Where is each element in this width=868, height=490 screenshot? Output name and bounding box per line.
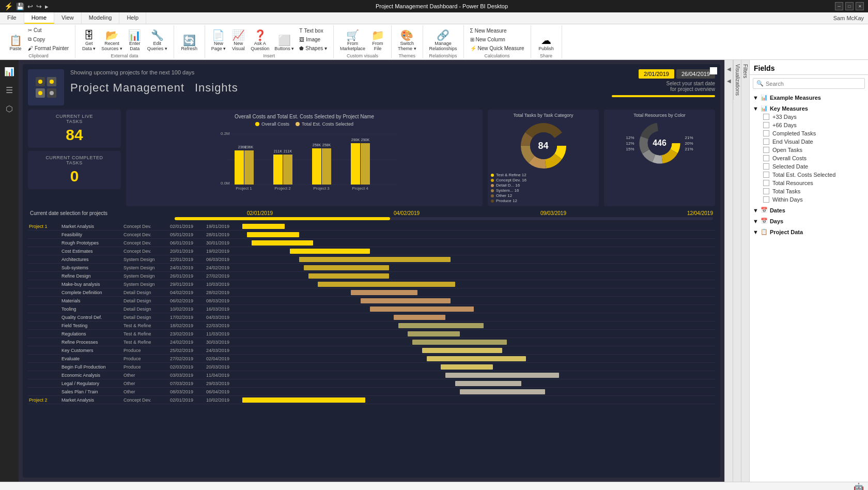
close-button[interactable]: ✕ (856, 2, 864, 10)
timeline-scrollbar[interactable] (175, 217, 713, 220)
bar-p3-est[interactable] (322, 148, 331, 185)
manage-relationships-button[interactable]: 🔗 ManageRelationships (427, 29, 459, 52)
field-item-selected-date[interactable]: Selected Date (753, 162, 865, 171)
tab-view[interactable]: View (54, 12, 82, 24)
field-item-total-tasks[interactable]: Total Tasks (753, 187, 865, 195)
bar-p1-est[interactable] (244, 150, 254, 185)
quick-redo[interactable]: ↪ (36, 3, 42, 10)
field-item-66days[interactable]: +66 Days (753, 121, 865, 129)
tab-home[interactable]: Home (24, 12, 54, 24)
dash-header: Showing upcoming projects for the next 1… (28, 69, 715, 105)
maximize-button[interactable]: □ (845, 2, 854, 10)
new-page-button[interactable]: 📄 NewPage ▾ (209, 29, 228, 52)
minimize-button[interactable]: ─ (835, 2, 843, 10)
date-btn-1[interactable]: 2/01/2019 (639, 69, 674, 79)
checkbox-end-visual-date[interactable] (763, 139, 769, 145)
field-group-header-project-data[interactable]: ▼ 📋 Project Data (753, 227, 865, 236)
field-item-overall-costs[interactable]: Overall Costs (753, 154, 865, 162)
table-row: Begin Full Production Produce 02/03/2019… (28, 363, 715, 371)
donut2-title: Total Resources by Color (633, 113, 686, 118)
filters-panel-label[interactable]: Filters (741, 60, 749, 82)
collapse-right-button[interactable]: ◀ (725, 76, 733, 86)
text-box-button[interactable]: T Text box (297, 27, 329, 35)
quick-save[interactable]: 💾 (16, 3, 24, 10)
timeline-header: Current date selection for projects 02/0… (28, 210, 715, 217)
field-item-total-est-costs[interactable]: Total Est. Costs Selected (753, 171, 865, 179)
field-item-33days[interactable]: +33 Days (753, 113, 865, 121)
tab-help[interactable]: Help (119, 12, 146, 24)
new-measure-icon: Σ (470, 28, 473, 34)
field-group-header-dates[interactable]: ▼ 📅 Dates (753, 206, 865, 215)
checkbox-overall-costs[interactable] (763, 155, 769, 161)
switch-theme-button[interactable]: 🎨 SwitchTheme ▾ (396, 29, 419, 52)
publish-icon: ☁ (541, 35, 551, 45)
copy-icon: ⧉ (28, 36, 32, 42)
field-item-total-resources[interactable]: Total Resources (753, 179, 865, 187)
get-data-button[interactable]: 🗄 GetData ▾ (80, 29, 98, 52)
field-group-header-example[interactable]: ▼ 📊 Example Measures (753, 93, 865, 102)
new-quick-measure-button[interactable]: ⚡ New Quick Measure (468, 44, 526, 52)
from-marketplace-button[interactable]: 🛒 FromMarketplace (338, 29, 367, 52)
quick-run[interactable]: ▸ (45, 3, 49, 10)
tab-modeling[interactable]: Modeling (82, 12, 120, 24)
checkbox-total-tasks[interactable] (763, 188, 769, 194)
refresh-button[interactable]: 🔄 Refresh (179, 34, 199, 52)
fields-search-box[interactable]: 🔍 (753, 78, 865, 89)
viz-panel-tab[interactable]: Visualizations (733, 60, 741, 482)
bar-p4-overall[interactable] (351, 143, 360, 185)
checkbox-selected-date[interactable] (763, 163, 769, 170)
bar-p1-overall[interactable] (235, 150, 244, 185)
new-visual-button[interactable]: 📈 NewVisual (229, 29, 247, 52)
kpi-cards: CURRENT LIVETASKS 84 CURRENT COMPLETEDTA… (28, 110, 121, 206)
filters-panel-tab[interactable]: Filters (741, 60, 749, 482)
enter-data-button[interactable]: 📊 EnterData (126, 29, 144, 52)
field-item-open-tasks[interactable]: Open Tasks (753, 146, 865, 154)
viz-panel-label[interactable]: Visualizations (733, 60, 741, 100)
collapse-left-button[interactable]: ◀ (725, 64, 733, 74)
shapes-button[interactable]: ⬟ Shapes ▾ (297, 44, 329, 52)
tab-file[interactable]: File (0, 12, 24, 24)
sidebar-model-icon[interactable]: ⬡ (2, 101, 17, 116)
ask-question-button[interactable]: ❓ Ask AQuestion (249, 29, 271, 52)
date-btn-2[interactable]: 26/04/2019 (676, 69, 715, 79)
cut-button[interactable]: ✂ Cut (26, 26, 71, 34)
new-measure-button[interactable]: Σ New Measure (468, 27, 526, 35)
dash-subtitle: Showing upcoming projects for the next 1… (70, 69, 612, 75)
from-file-button[interactable]: 📁 FromFile (368, 29, 387, 52)
checkbox-33days[interactable] (763, 114, 769, 120)
date-hint: Select your start datefor project overvi… (667, 81, 716, 92)
checkbox-total-resources[interactable] (763, 180, 769, 186)
checkbox-total-est-costs[interactable] (763, 172, 769, 178)
field-item-completed-tasks[interactable]: Completed Tasks (753, 129, 865, 137)
new-column-button[interactable]: ⊞ New Column (468, 36, 526, 43)
sidebar-report-icon[interactable]: 📊 (2, 64, 17, 79)
copy-button[interactable]: ⧉ Copy (26, 35, 71, 43)
checkbox-within-days[interactable] (763, 196, 769, 203)
field-item-end-visual-date[interactable]: End Visual Date (753, 137, 865, 146)
format-painter-button[interactable]: 🖌 Format Painter (26, 44, 71, 52)
bar-p2-est[interactable] (283, 155, 292, 185)
sidebar-data-icon[interactable]: ☰ (2, 83, 17, 97)
buttons-button[interactable]: ⬜ Buttons ▾ (272, 34, 296, 52)
checkbox-66days[interactable] (763, 122, 769, 128)
bar-chart-svg: 0.2M 0.0M 236K 236K 21 (130, 129, 478, 191)
publish-button[interactable]: ☁ Publish (536, 34, 556, 52)
legend-dot-overall (255, 122, 259, 126)
field-group-header-key[interactable]: ▼ 📊 Key Measures (753, 104, 865, 113)
bar-p2-overall[interactable] (273, 155, 283, 185)
timeline-scroll-thumb[interactable] (175, 217, 390, 220)
quick-undo[interactable]: ↩ (27, 3, 33, 10)
field-group-header-days[interactable]: ▼ 📅 Days (753, 217, 865, 225)
edit-queries-button[interactable]: 🔧 EditQueries ▾ (145, 29, 169, 52)
checkbox-completed-tasks[interactable] (763, 130, 769, 136)
image-button[interactable]: 🖼 Image (297, 36, 329, 43)
checkbox-open-tasks[interactable] (763, 147, 769, 153)
field-item-within-days[interactable]: Within Days (753, 195, 865, 204)
search-input[interactable] (766, 81, 861, 87)
bar-p4-est[interactable] (361, 143, 370, 185)
bar-p3-overall[interactable] (312, 148, 321, 185)
date-slider[interactable] (612, 95, 715, 97)
gantt-bar (412, 340, 507, 345)
paste-button[interactable]: 📋 Paste (6, 34, 25, 52)
recent-sources-button[interactable]: 📂 RecentSources ▾ (99, 29, 125, 52)
